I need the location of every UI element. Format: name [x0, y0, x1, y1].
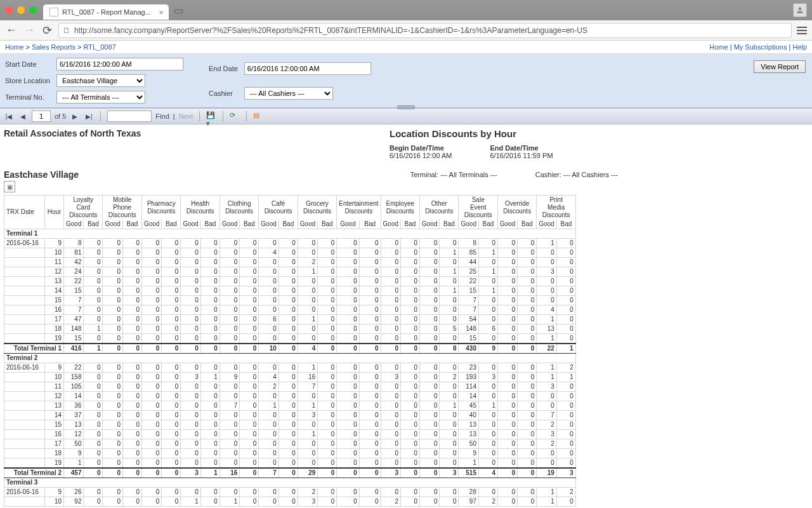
- next-page-icon[interactable]: ▶: [70, 111, 80, 121]
- end-dt-label: End Date/Time: [490, 144, 553, 152]
- splitter-handle[interactable]: [397, 105, 415, 109]
- refresh-icon[interactable]: ⟳: [230, 111, 240, 121]
- close-icon[interactable]: [5, 6, 13, 14]
- begin-dt-label: Begin Date/Time: [390, 144, 452, 152]
- table-row: 1670000000000000000000700040: [4, 305, 576, 315]
- table-row: 2016-06-1692600000000000200000002800012: [4, 488, 576, 497]
- first-page-icon[interactable]: |◀: [4, 111, 14, 121]
- table-row: 101580000031904016000300219330011: [4, 373, 576, 382]
- table-row: 141500000000000000000011510000: [4, 286, 576, 296]
- table-row: 1890000000000000000000900000: [4, 449, 576, 458]
- table-row: 108100000000040000000018510000: [4, 248, 576, 258]
- home-link[interactable]: Home: [709, 43, 728, 51]
- breadcrumb: Home > Sales Reports > RTL_0087: [5, 43, 116, 51]
- export-icon[interactable]: 💾▾: [206, 111, 216, 121]
- table-row: 1570000000000000000000700000: [4, 296, 576, 305]
- last-page-icon[interactable]: ▶|: [84, 111, 94, 121]
- window-controls: [5, 6, 37, 14]
- browser-chrome: RTL_0087 - Report Manag... × ▭ ← → ⟳ 🗋 h…: [0, 0, 812, 41]
- breadcrumb-bar: Home > Sales Reports > RTL_0087 Home | M…: [0, 41, 812, 54]
- cashier-select[interactable]: --- All Cashiers ---: [244, 87, 333, 100]
- end-date-input[interactable]: [244, 62, 371, 75]
- table-row: 151300000000000000000001300020: [4, 420, 576, 430]
- table-row: 122400000000000100000012510030: [4, 267, 576, 277]
- title-bar: RTL_0087 - Report Manag... × ▭: [0, 0, 812, 20]
- breadcrumb-link[interactable]: Home: [5, 43, 23, 51]
- table-row: 143700000000000300000004000070: [4, 411, 576, 420]
- table-row: 109200000101000300020009720010: [4, 497, 576, 507]
- terminal-header-row: Terminal 2: [4, 354, 576, 363]
- url-text: http://some.fancy.company/ReportServer?%…: [74, 26, 587, 35]
- find-input[interactable]: [107, 110, 152, 122]
- maximize-icon[interactable]: [29, 6, 37, 14]
- table-row: 174700000000060100000005400010: [4, 315, 576, 324]
- table-row: 132200000000000000000002200000: [4, 277, 576, 286]
- topbar-links: Home | My Subscriptions | Help: [709, 43, 807, 51]
- report-viewer-toolbar: |◀ ◀ of 5 ▶ ▶| Find | Next 💾▾ ⟳ ▤: [0, 108, 812, 124]
- begin-dt-value: 6/16/2016 12:00 AM: [390, 152, 452, 159]
- back-icon[interactable]: ←: [5, 23, 18, 37]
- store-select[interactable]: Eastchase Village: [56, 74, 145, 87]
- table-row: 11105000000000207000000011400030: [4, 382, 576, 392]
- view-report-button[interactable]: View Report: [754, 60, 806, 73]
- page-total: of 5: [55, 112, 66, 120]
- profile-icon[interactable]: [793, 3, 807, 17]
- minimize-icon[interactable]: [17, 6, 25, 14]
- total-row: Total Terminal 1416100000000100400000084…: [4, 344, 576, 354]
- breadcrumb-link[interactable]: Sales Reports: [32, 43, 75, 51]
- broken-image-icon: ▣: [4, 181, 15, 192]
- subscriptions-link[interactable]: My Subscriptions: [734, 43, 787, 51]
- start-date-label: Start Date: [5, 60, 50, 68]
- terminal-header-row: Terminal 3: [4, 478, 576, 488]
- terminal-line: Terminal: --- All Terminals ---: [410, 171, 497, 178]
- help-link[interactable]: Help: [792, 43, 807, 51]
- store-label: Store Location: [5, 77, 50, 84]
- table-row: 181481000000000000000005148600130: [4, 324, 576, 334]
- location-title: Eastchase Village: [4, 170, 79, 180]
- browser-tab[interactable]: RTL_0087 - Report Manag... ×: [43, 4, 169, 20]
- next-link[interactable]: Next: [179, 112, 193, 120]
- feed-icon[interactable]: ▤: [253, 111, 263, 121]
- terminal-header-row: Terminal 1: [4, 229, 576, 239]
- table-row: 2016-06-1692200000000000100000002300012: [4, 363, 576, 373]
- company-title: Retail Associates of North Texas: [4, 128, 141, 138]
- total-row: Total Terminal 2457000003116070290003003…: [4, 468, 576, 478]
- tab-title: RTL_0087 - Report Manag...: [62, 8, 151, 16]
- cashier-line: Cashier: --- All Cashiers ---: [535, 171, 618, 178]
- forward-icon[interactable]: →: [23, 23, 36, 37]
- new-tab-button[interactable]: ▭: [174, 4, 183, 17]
- table-row: 121400000000000000000001400000: [4, 392, 576, 401]
- page-info-icon[interactable]: 🗋: [63, 26, 70, 35]
- close-tab-icon[interactable]: ×: [159, 8, 164, 17]
- terminal-label: Terminal No.: [5, 93, 50, 101]
- table-row: 175000000000000000000005000020: [4, 439, 576, 449]
- table-row: 161200000000000100000001300030: [4, 430, 576, 439]
- table-row: 114200000000000200000004400000: [4, 258, 576, 267]
- end-date-label: End Date: [209, 65, 238, 72]
- breadcrumb-link[interactable]: RTL_0087: [84, 43, 116, 51]
- page-icon: [49, 8, 58, 17]
- table-row: 1910000000000000000000100000: [4, 458, 576, 469]
- end-dt-value: 6/16/2016 11:59 PM: [490, 152, 553, 159]
- report-title: Location Discounts by Hour: [390, 128, 618, 139]
- browser-toolbar: ← → ⟳ 🗋 http://some.fancy.company/Report…: [0, 20, 812, 41]
- page-input[interactable]: [32, 110, 51, 122]
- prev-page-icon[interactable]: ◀: [18, 111, 28, 121]
- table-row: 133600000007010100000014510000: [4, 401, 576, 411]
- parameter-pane: Start Date Store Location Eastchase Vill…: [0, 54, 812, 108]
- start-date-input[interactable]: [56, 58, 183, 70]
- reload-icon[interactable]: ⟳: [41, 23, 53, 37]
- terminal-select[interactable]: --- All Terminals ---: [56, 91, 145, 104]
- find-link[interactable]: Find: [155, 112, 169, 120]
- menu-icon[interactable]: [797, 27, 807, 34]
- discounts-table: TRX DateHourLoyaltyCardDiscountsMobilePh…: [4, 195, 576, 507]
- table-row: 191500000000000000000001500010: [4, 334, 576, 344]
- cashier-label: Cashier: [209, 90, 238, 97]
- table-row: 2016-06-16980000000000000000000800010: [4, 239, 576, 248]
- report-body: Retail Associates of North Texas Locatio…: [0, 124, 812, 508]
- url-bar[interactable]: 🗋 http://some.fancy.company/ReportServer…: [58, 23, 792, 38]
